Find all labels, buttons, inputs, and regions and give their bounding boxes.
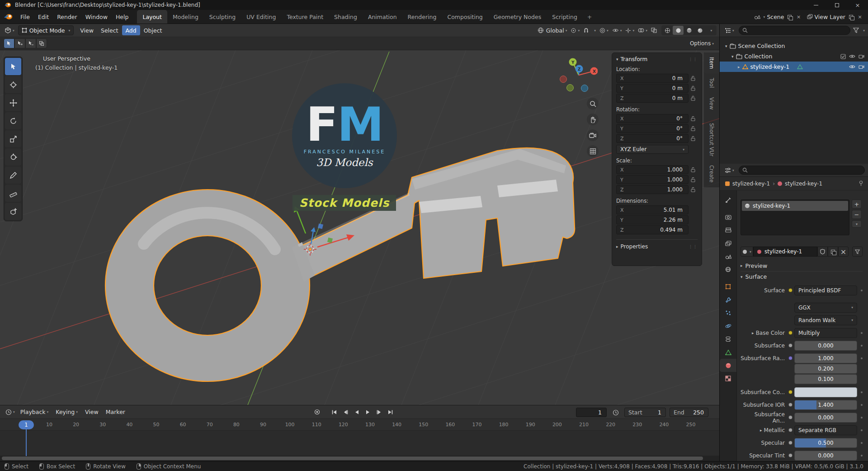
scene-new-button[interactable]: [786, 13, 793, 20]
filter-arrow-icon[interactable]: ▾: [863, 29, 865, 33]
timeline-menu-marker[interactable]: Marker: [102, 407, 129, 417]
view-layer-remove-button[interactable]: ×: [856, 13, 863, 20]
material-slot-item[interactable]: stylized-key-1: [742, 201, 848, 211]
properties-subpanel[interactable]: ▸ Properties ⋮⋮: [616, 239, 698, 250]
tab-view-layer[interactable]: [720, 237, 736, 250]
browse-material-button[interactable]: ▾: [741, 247, 753, 257]
subsurface-anisotropy-slider[interactable]: 0.000: [794, 413, 857, 423]
gizmos-dropdown[interactable]: ▾: [623, 25, 636, 35]
play-reverse-button[interactable]: [351, 407, 362, 417]
tool-select-box[interactable]: [5, 58, 21, 75]
tab-output[interactable]: [720, 224, 736, 237]
subsurface-ior-slider[interactable]: 1.400: [794, 400, 857, 410]
subsurface-radius-y-field[interactable]: 0.200: [794, 364, 857, 374]
timeline-track-area[interactable]: [0, 431, 719, 456]
lock-icon[interactable]: [689, 126, 698, 131]
scene-icon[interactable]: [754, 14, 760, 19]
lock-icon[interactable]: [689, 136, 698, 141]
rotation-x-field[interactable]: X0°: [616, 114, 689, 123]
timeline-menu-playback[interactable]: Playback▾: [17, 407, 52, 417]
sidebar-tab-tool[interactable]: Tool: [704, 73, 719, 92]
scrollbar-thumb[interactable]: [2, 457, 703, 460]
workspace-tab-animation[interactable]: Animation: [363, 10, 402, 24]
rotation-z-field[interactable]: Z0°: [616, 134, 689, 143]
preview-range-toggle[interactable]: [610, 407, 621, 418]
shader-link-button[interactable]: Principled BSDF: [794, 285, 857, 295]
expand-arrow-icon[interactable]: ▾: [731, 54, 734, 59]
lock-icon[interactable]: [689, 177, 698, 182]
shading-dropdown[interactable]: ▾: [705, 26, 716, 35]
distribution-dropdown[interactable]: GGX▾: [794, 303, 857, 313]
tab-constraints[interactable]: [720, 333, 736, 346]
select-mode-set-button[interactable]: [4, 38, 14, 48]
tool-rotate[interactable]: [5, 112, 21, 129]
visibility-dropdown[interactable]: ▾: [610, 25, 624, 35]
breadcrumb-material[interactable]: stylized-key-1: [785, 181, 822, 187]
tool-move[interactable]: [5, 94, 21, 111]
next-keyframe-button[interactable]: [374, 407, 384, 417]
expand-arrow-icon[interactable]: ▸: [752, 331, 754, 335]
pivot-point-selector[interactable]: ▾: [569, 25, 581, 35]
tool-annotate[interactable]: [5, 167, 21, 184]
tab-object[interactable]: [720, 280, 736, 293]
checkbox-icon[interactable]: [840, 54, 846, 59]
specular-tint-slider[interactable]: 0.000: [794, 451, 857, 461]
workspace-tab-uv-editing[interactable]: UV Editing: [241, 10, 281, 24]
tool-cursor[interactable]: [5, 76, 21, 93]
specular-slider[interactable]: 0.500: [794, 438, 857, 448]
workspace-tab-modeling[interactable]: Modeling: [167, 10, 204, 24]
expand-arrow-icon[interactable]: ▾: [725, 44, 727, 48]
tool-options-dropdown[interactable]: Options ▾: [688, 38, 716, 48]
expand-arrow-icon[interactable]: ▸: [760, 428, 762, 433]
close-button[interactable]: ×: [847, 0, 868, 10]
rotation-y-field[interactable]: Y0°: [616, 124, 689, 133]
material-slot-list[interactable]: stylized-key-1: [741, 200, 849, 235]
sidebar-tab-create[interactable]: Create: [704, 161, 719, 187]
select-mode-intersect-button[interactable]: [36, 38, 47, 48]
mode-selector[interactable]: Object Mode ▾: [18, 25, 74, 35]
workspace-tab-geometry-nodes[interactable]: Geometry Nodes: [488, 10, 547, 24]
tab-object-data[interactable]: [720, 346, 736, 359]
subsurface-radius-z-field[interactable]: 0.100: [794, 374, 857, 384]
workspace-tab-texture-paint[interactable]: Texture Paint: [281, 10, 329, 24]
prev-keyframe-button[interactable]: [340, 407, 350, 417]
lock-icon[interactable]: [689, 187, 698, 192]
subsurface-color-swatch[interactable]: [794, 387, 857, 397]
auto-keying-toggle[interactable]: [312, 407, 322, 417]
scale-y-field[interactable]: Y1.000: [616, 175, 689, 184]
outliner-row-collection[interactable]: ▾ Collection: [720, 51, 868, 62]
breadcrumb-object[interactable]: stylized-key-1: [732, 181, 770, 187]
material-name-field[interactable]: stylized-key-1: [753, 247, 817, 257]
sidebar-tab-view[interactable]: View: [704, 93, 719, 114]
workspace-tab-rendering[interactable]: Rendering: [402, 10, 442, 24]
viewport-menu-select[interactable]: Select: [97, 25, 122, 35]
lock-icon[interactable]: [689, 76, 698, 81]
transform-orientation-selector[interactable]: Global ▾: [536, 25, 569, 35]
filter-icon[interactable]: [853, 28, 859, 33]
blender-logo-icon[interactable]: [4, 14, 13, 20]
tab-texture[interactable]: [720, 372, 736, 385]
menu-file[interactable]: File: [16, 10, 34, 24]
viewport-menu-object[interactable]: Object: [140, 25, 166, 35]
minimize-button[interactable]: [806, 0, 826, 10]
snap-settings[interactable]: ▾: [591, 25, 598, 35]
lock-icon[interactable]: [689, 116, 698, 121]
expand-arrow-icon[interactable]: ▸: [738, 65, 740, 69]
dimensions-x-field[interactable]: X5.01 m: [616, 205, 689, 214]
new-material-button[interactable]: [828, 247, 838, 257]
scene-unlink-button[interactable]: ×: [795, 13, 802, 20]
shading-wireframe-button[interactable]: [662, 26, 673, 35]
viewport-menu-add[interactable]: Add: [122, 25, 140, 35]
material-filter-button[interactable]: [852, 247, 863, 257]
subsurface-slider[interactable]: 0.000: [794, 341, 857, 351]
outliner-row-stylized-key[interactable]: ▸ stylized-key-1: [720, 62, 868, 72]
tab-scene[interactable]: [720, 250, 736, 263]
scene-name[interactable]: Scene: [767, 14, 784, 20]
shading-material-button[interactable]: [684, 26, 694, 35]
start-frame-field[interactable]: Start1: [624, 408, 666, 417]
navigation-gizmo[interactable]: Y Z X: [560, 56, 598, 94]
playhead-line[interactable]: [26, 429, 27, 456]
tab-modifiers[interactable]: [720, 293, 736, 306]
tool-transform[interactable]: [5, 148, 21, 166]
timeline-ruler[interactable]: 1020304050607080901001101201301401501601…: [0, 419, 719, 431]
